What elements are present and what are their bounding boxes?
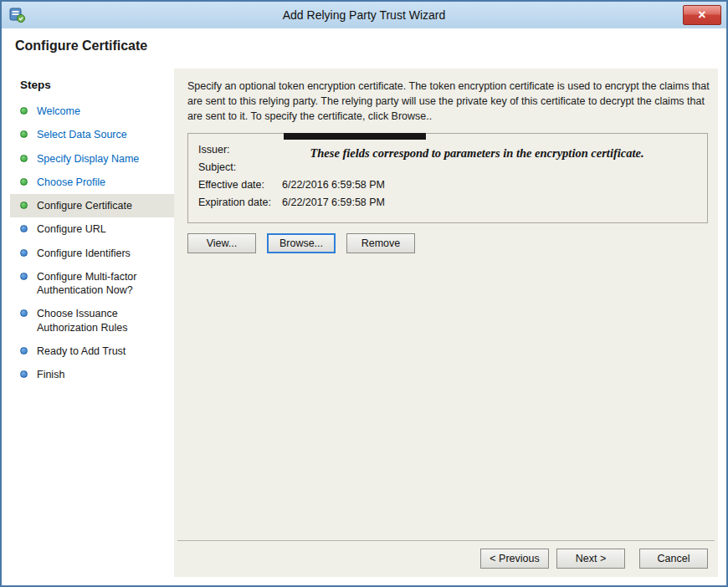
sidebar-item-label: Configure URL xyxy=(37,223,106,235)
previous-button[interactable]: < Previous xyxy=(480,549,549,569)
sidebar-item-label: Choose Profile xyxy=(37,176,105,188)
step-status-dot xyxy=(20,107,28,115)
sidebar-item-label: Configure Multi-factor Authentication No… xyxy=(37,271,137,296)
sidebar-item-label: Choose Issuance Authorization Rules xyxy=(37,308,127,333)
sidebar-item-ready-to-add-trust: Ready to Add Trust xyxy=(10,339,174,363)
step-status-dot xyxy=(20,155,28,162)
certificate-field-label: Effective date: xyxy=(198,179,282,193)
sidebar-item-label: Ready to Add Trust xyxy=(37,345,126,357)
sidebar-item-specify-display-name[interactable]: Specify Display Name xyxy=(10,147,174,171)
certificate-fields: Issuer: Subject: Effective date: 6/22/20… xyxy=(198,144,699,211)
step-status-dot xyxy=(20,225,28,232)
close-button[interactable]: × xyxy=(683,5,721,25)
next-button[interactable]: Next > xyxy=(556,549,625,569)
certificate-field-label: Subject: xyxy=(198,161,282,176)
step-status-dot xyxy=(20,249,28,257)
sidebar-item-label: Configure Certificate xyxy=(37,200,132,212)
window-title: Add Relying Party Trust Wizard xyxy=(2,2,726,28)
certificate-field-row: Subject: xyxy=(198,161,699,176)
step-status-dot xyxy=(20,370,28,378)
main-panel: Specify an optional token encryption cer… xyxy=(174,69,718,577)
wizard-body: Steps Welcome Select Data Source Specify… xyxy=(10,69,718,577)
wizard-window: Add Relying Party Trust Wizard × Configu… xyxy=(0,0,728,587)
sidebar-item-choose-issuance-authorization-rules: Choose Issuance Authorization Rules xyxy=(10,302,174,339)
certificate-field-label: Expiration date: xyxy=(198,197,282,211)
sidebar-item-welcome[interactable]: Welcome xyxy=(10,100,174,123)
instruction-text: Specify an optional token encryption cer… xyxy=(187,79,710,124)
step-status-dot xyxy=(20,130,28,138)
steps-heading: Steps xyxy=(10,74,174,100)
close-icon: × xyxy=(698,8,705,22)
certificate-button-row: View... Browse... Remove xyxy=(187,233,710,253)
sidebar-item-label: Welcome xyxy=(37,105,80,117)
browse-button[interactable]: Browse... xyxy=(267,233,336,253)
steps-list: Welcome Select Data Source Specify Displ… xyxy=(10,100,174,386)
sidebar-item-configure-certificate[interactable]: Configure Certificate xyxy=(10,194,174,217)
certificate-details-box: These fields correspond to parameters in… xyxy=(187,133,708,223)
step-status-dot xyxy=(20,347,28,355)
titlebar: Add Relying Party Trust Wizard × xyxy=(2,2,726,28)
sidebar-item-select-data-source[interactable]: Select Data Source xyxy=(10,123,174,146)
sidebar-item-configure-identifiers: Configure Identifiers xyxy=(10,242,174,265)
wizard-icon xyxy=(9,7,26,23)
page-title: Configure Certificate xyxy=(15,38,147,54)
sidebar-item-configure-multi-factor-authentication-now: Configure Multi-factor Authentication No… xyxy=(10,265,174,303)
step-status-dot xyxy=(20,309,28,317)
sidebar-item-label: Select Data Source xyxy=(37,129,127,140)
step-status-dot xyxy=(20,273,28,280)
certificate-field-row: Expiration date: 6/22/2017 6:59:58 PM xyxy=(198,197,699,211)
redaction-mark xyxy=(284,133,426,140)
certificate-field-row: Effective date: 6/22/2016 6:59:58 PM xyxy=(198,179,699,193)
remove-button[interactable]: Remove xyxy=(346,233,415,253)
certificate-field-value: 6/22/2017 6:59:58 PM xyxy=(282,197,385,211)
page-header: Configure Certificate xyxy=(2,28,726,64)
sidebar-item-label: Finish xyxy=(37,369,64,380)
sidebar-item-label: Configure Identifiers xyxy=(37,248,131,259)
certificate-field-value: 6/22/2016 6:59:58 PM xyxy=(282,179,385,193)
sidebar-item-configure-url: Configure URL xyxy=(10,217,174,241)
wizard-footer: < Previous Next > Cancel xyxy=(177,540,715,577)
sidebar-item-finish: Finish xyxy=(10,363,174,386)
page-content: Specify an optional token encryption cer… xyxy=(174,69,718,540)
certificate-field-row: Issuer: xyxy=(198,144,699,158)
steps-sidebar: Steps Welcome Select Data Source Specify… xyxy=(10,69,174,577)
sidebar-item-label: Specify Display Name xyxy=(37,153,139,165)
certificate-field-label: Issuer: xyxy=(198,144,282,158)
step-status-dot xyxy=(20,178,28,186)
view-button[interactable]: View... xyxy=(187,233,256,253)
cancel-button[interactable]: Cancel xyxy=(639,549,708,569)
sidebar-item-choose-profile[interactable]: Choose Profile xyxy=(10,171,174,194)
step-status-dot xyxy=(20,202,28,209)
